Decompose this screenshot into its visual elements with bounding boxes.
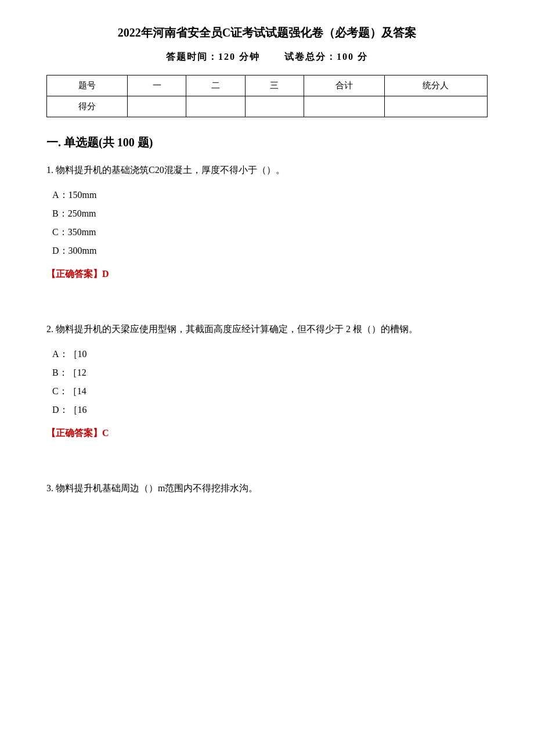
question-3-text: 3. 物料提升机基础周边（）m范围内不得挖排水沟。 [46,480,488,497]
table-score-3 [245,96,304,117]
question-1-option-a: A：150mm [52,186,488,204]
question-2-option-d: D：［16 [52,401,488,419]
score-table: 题号 一 二 三 合计 统分人 得分 [46,75,488,117]
question-2-option-c: C：［14 [52,382,488,401]
table-row-label: 得分 [47,96,128,117]
question-1-number: 1. [46,165,53,175]
question-1-option-d: D：300mm [52,242,488,260]
question-2-content: 物料提升机的天梁应使用型钢，其截面高度应经计算确定，但不得少于 2 根（）的槽钢… [56,324,418,334]
table-header-0: 题号 [47,75,128,96]
subtitle-line: 答题时间：120 分钟 试卷总分：100 分 [46,51,488,63]
subtitle-time: 答题时间：120 分钟 [166,52,260,62]
subtitle-score: 试卷总分：100 分 [284,52,368,62]
question-1-option-b: B：250mm [52,204,488,223]
table-header-1: 一 [128,75,186,96]
question-3-number: 3. [46,483,53,493]
spacer-2 [46,457,488,480]
question-3: 3. 物料提升机基础周边（）m范围内不得挖排水沟。 [46,480,488,497]
table-score-total [304,96,384,117]
table-header-2: 二 [186,75,245,96]
question-1-option-c: C：350mm [52,223,488,242]
table-header-3: 三 [245,75,304,96]
section1-title: 一. 单选题(共 100 题) [46,135,488,150]
question-1-content: 物料提升机的基础浇筑C20混凝土，厚度不得小于（）。 [56,165,285,175]
question-2-text: 2. 物料提升机的天梁应使用型钢，其截面高度应经计算确定，但不得少于 2 根（）… [46,321,488,338]
question-1-text: 1. 物料提升机的基础浇筑C20混凝土，厚度不得小于（）。 [46,162,488,179]
question-2-option-b: B：［12 [52,363,488,382]
spacer-1 [46,298,488,321]
question-2-option-a: A：［10 [52,345,488,363]
table-score-grader [384,96,487,117]
question-2-answer: 【正确答案】C [46,427,488,440]
question-2-number: 2. [46,324,53,334]
table-header-4: 合计 [304,75,384,96]
table-score-1 [128,96,186,117]
question-2: 2. 物料提升机的天梁应使用型钢，其截面高度应经计算确定，但不得少于 2 根（）… [46,321,488,440]
main-title: 2022年河南省安全员C证考试试题强化卷（必考题）及答案 [46,23,488,42]
table-header-5: 统分人 [384,75,487,96]
question-1-answer: 【正确答案】D [46,268,488,280]
question-3-content: 物料提升机基础周边（）m范围内不得挖排水沟。 [56,483,258,493]
question-1: 1. 物料提升机的基础浇筑C20混凝土，厚度不得小于（）。 A：150mm B：… [46,162,488,280]
table-score-2 [186,96,245,117]
